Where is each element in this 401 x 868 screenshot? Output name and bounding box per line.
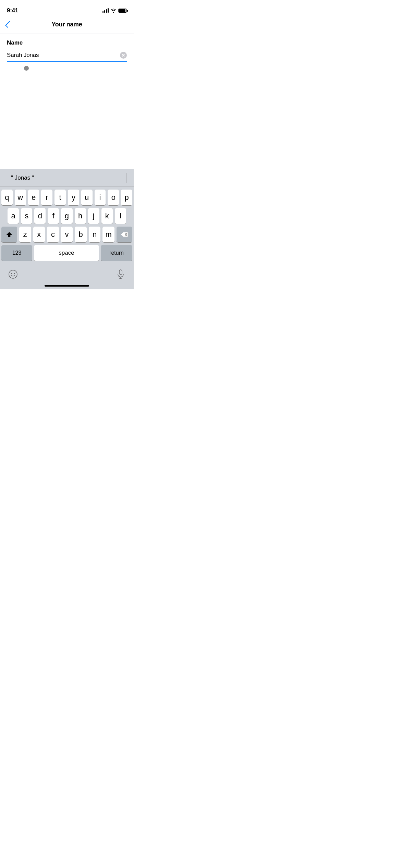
- svg-point-1: [11, 273, 12, 274]
- key-n[interactable]: n: [89, 227, 101, 242]
- key-row-4: 123 space return: [1, 245, 132, 261]
- signal-icon: [102, 9, 109, 13]
- nav-bar: Your name: [0, 16, 134, 34]
- back-chevron-icon: [5, 21, 12, 28]
- key-x[interactable]: x: [33, 227, 45, 242]
- key-m[interactable]: m: [102, 227, 114, 242]
- key-k[interactable]: k: [101, 208, 113, 224]
- key-u[interactable]: u: [81, 190, 93, 205]
- autocomplete-divider: [41, 173, 41, 183]
- key-y[interactable]: y: [68, 190, 79, 205]
- svg-point-0: [9, 270, 17, 278]
- autocomplete-suggestion[interactable]: Jonas: [5, 172, 39, 184]
- name-input[interactable]: [7, 52, 120, 59]
- key-row-2: a s d f g h j k l: [1, 208, 132, 224]
- key-t[interactable]: t: [54, 190, 66, 205]
- key-row-1: q w e r t y u i o p: [1, 190, 132, 205]
- key-d[interactable]: d: [34, 208, 46, 224]
- keyboard: Jonas q w e r t y u i o p a s d f g h j: [0, 169, 134, 289]
- return-label: return: [109, 250, 124, 256]
- svg-point-2: [14, 273, 15, 274]
- section-label: Name: [7, 39, 127, 46]
- return-key[interactable]: return: [101, 245, 132, 261]
- key-l[interactable]: l: [115, 208, 126, 224]
- key-g[interactable]: g: [61, 208, 72, 224]
- mic-icon: [117, 269, 125, 279]
- content-area: Name: [0, 34, 134, 71]
- status-time: 9:41: [7, 7, 18, 14]
- key-h[interactable]: h: [75, 208, 86, 224]
- key-q[interactable]: q: [1, 190, 13, 205]
- mic-button[interactable]: [114, 268, 127, 280]
- home-indicator: [0, 284, 134, 289]
- space-key[interactable]: space: [34, 245, 99, 261]
- status-bar: 9:41: [0, 0, 134, 16]
- autocomplete-bar: Jonas: [0, 169, 134, 187]
- key-e[interactable]: e: [28, 190, 39, 205]
- battery-icon: [118, 9, 127, 13]
- key-v[interactable]: v: [61, 227, 73, 242]
- emoji-button[interactable]: [7, 268, 19, 280]
- back-button[interactable]: [5, 20, 12, 29]
- page-title: Your name: [52, 21, 82, 28]
- wifi-icon: [111, 9, 116, 13]
- backspace-key[interactable]: [117, 227, 132, 242]
- space-label: space: [59, 250, 74, 256]
- key-c[interactable]: c: [47, 227, 59, 242]
- numbers-key[interactable]: 123: [1, 245, 32, 261]
- autocomplete-text: Jonas: [15, 174, 30, 181]
- key-s[interactable]: s: [21, 208, 32, 224]
- key-o[interactable]: o: [108, 190, 119, 205]
- keyboard-rows: q w e r t y u i o p a s d f g h j k l: [0, 187, 134, 265]
- emoji-icon: [8, 269, 18, 279]
- bottom-bar: [0, 265, 134, 284]
- key-r[interactable]: r: [41, 190, 52, 205]
- clear-button[interactable]: [120, 52, 127, 59]
- autocomplete-divider-2: [126, 173, 127, 183]
- key-a[interactable]: a: [8, 208, 19, 224]
- backspace-icon: [121, 232, 128, 237]
- key-j[interactable]: j: [88, 208, 99, 224]
- key-w[interactable]: w: [15, 190, 26, 205]
- cursor-dot: [24, 66, 29, 71]
- home-bar: [45, 285, 89, 287]
- key-row-3: z x c v b n m: [1, 227, 132, 242]
- input-row: [7, 49, 127, 62]
- svg-rect-3: [119, 270, 122, 275]
- key-f[interactable]: f: [48, 208, 59, 224]
- key-p[interactable]: p: [121, 190, 132, 205]
- numbers-label: 123: [12, 250, 22, 256]
- status-icons: [102, 9, 127, 13]
- key-z[interactable]: z: [19, 227, 31, 242]
- key-b[interactable]: b: [75, 227, 87, 242]
- shift-key[interactable]: [1, 227, 17, 242]
- shift-icon: [6, 231, 13, 238]
- key-i[interactable]: i: [95, 190, 106, 205]
